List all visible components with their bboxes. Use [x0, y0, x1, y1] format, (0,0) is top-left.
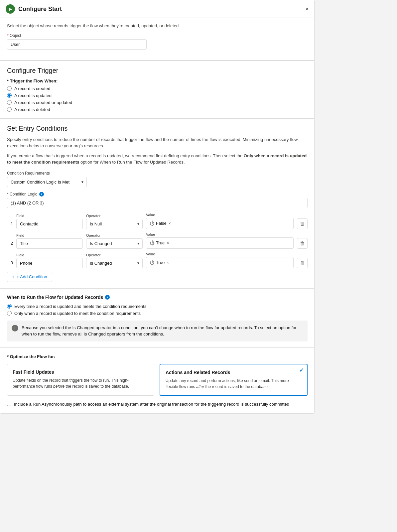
conditions-list: 1FieldOperatorIs NullIs Not NullEqualsNo… — [7, 213, 308, 268]
when-run-section: When to Run the Flow for Updated Records… — [0, 289, 314, 348]
value-col-3: Value⏻True× — [146, 252, 294, 268]
radio-created-input[interactable] — [7, 86, 12, 91]
radio-created-or-updated[interactable]: A record is created or updated — [7, 100, 308, 105]
condition-logic-input[interactable] — [7, 198, 308, 208]
operator-select-2[interactable]: Is NullIs Not NullEqualsNot Equal ToIs C… — [86, 238, 143, 249]
when-run-info-icon[interactable]: i — [105, 295, 110, 300]
radio-created[interactable]: A record is created — [7, 86, 308, 91]
condition-logic-row: * Condition Logic i — [7, 192, 308, 208]
object-field-row: Object — [7, 33, 308, 50]
condition-row-2: 2FieldOperatorIs NullIs Not NullEqualsNo… — [7, 232, 308, 249]
when-run-every-time-input[interactable] — [7, 304, 12, 309]
object-description: Select the object whose records trigger … — [7, 23, 308, 29]
optimize-label: * Optimize the Flow for: — [7, 354, 308, 359]
operator-label-3: Operator — [86, 253, 143, 257]
condition-logic-info-icon[interactable]: i — [39, 192, 44, 197]
conditions-info-suffix: option for When to Run the Flow for Upda… — [79, 160, 185, 165]
header-title: Configure Start — [18, 6, 62, 13]
when-run-label-row: When to Run the Flow for Updated Records… — [7, 295, 308, 300]
when-run-info-text: Because you selected the Is Changed oper… — [22, 325, 303, 337]
optimize-card-fast-field-desc: Update fields on the record that trigger… — [13, 377, 149, 389]
add-condition-button[interactable]: + + Add Condition — [7, 272, 52, 282]
condition-row-3: 3FieldOperatorIs NullIs Not NullEqualsNo… — [7, 252, 308, 268]
when-run-label-text: When to Run the Flow for Updated Records — [7, 295, 103, 300]
when-run-every-time[interactable]: Every time a record is updated and meets… — [7, 304, 308, 309]
operator-wrapper-2: Is NullIs Not NullEqualsNot Equal ToIs C… — [86, 238, 143, 249]
conditions-info: If you create a flow that's triggered wh… — [7, 153, 308, 166]
condition-row-1: 1FieldOperatorIs NullIs Not NullEqualsNo… — [7, 213, 308, 229]
radio-created-or-updated-label: A record is created or updated — [14, 100, 72, 105]
when-run-options: Every time a record is updated and meets… — [7, 304, 308, 316]
entry-conditions-section: Set Entry Conditions Specify entry condi… — [0, 119, 314, 288]
info-box-icon: i — [12, 325, 18, 332]
value-pill-1[interactable]: ⏻False× — [146, 218, 294, 229]
optimize-section: * Optimize the Flow for: Fast Field Upda… — [0, 348, 314, 414]
async-checkbox[interactable] — [7, 402, 11, 406]
trigger-radio-group: A record is created A record is updated … — [7, 86, 308, 112]
optimize-card-actions-related-title: Actions and Related Records — [166, 370, 302, 375]
when-run-only-when[interactable]: Only when a record is updated to meet th… — [7, 311, 308, 316]
close-button[interactable]: × — [305, 6, 309, 12]
toggle-icon-3: ⏻ — [150, 260, 155, 265]
when-run-only-when-input[interactable] — [7, 311, 12, 316]
field-input-2[interactable] — [16, 238, 83, 249]
delete-condition-button-2[interactable]: 🗑 — [297, 238, 308, 249]
condition-num-3: 3 — [7, 260, 13, 268]
add-condition-plus-icon: + — [12, 274, 15, 279]
radio-updated[interactable]: A record is updated — [7, 93, 308, 98]
add-condition-label: + Add Condition — [17, 274, 47, 279]
configure-trigger-title: Configure Trigger — [7, 67, 308, 74]
radio-deleted[interactable]: A record is deleted — [7, 107, 308, 112]
operator-col-3: OperatorIs NullIs Not NullEqualsNot Equa… — [86, 253, 143, 268]
value-pill-3[interactable]: ⏻True× — [146, 257, 294, 268]
field-input-1[interactable] — [16, 219, 83, 229]
optimize-options: Fast Field Updates Update fields on the … — [7, 364, 308, 396]
value-label-2: Value — [146, 232, 294, 236]
entry-conditions-title: Set Entry Conditions — [7, 125, 308, 132]
trigger-group-label: * Trigger the Flow When: — [7, 78, 308, 83]
value-col-1: Value⏻False× — [146, 213, 294, 229]
operator-select-3[interactable]: Is NullIs Not NullEqualsNot Equal ToIs C… — [86, 258, 143, 268]
object-field-label: Object — [7, 33, 308, 38]
radio-created-or-updated-input[interactable] — [7, 100, 12, 105]
condition-req-select[interactable]: Custom Condition Logic Is Met All Condit… — [7, 177, 87, 187]
radio-updated-input[interactable] — [7, 93, 12, 98]
value-label-3: Value — [146, 252, 294, 256]
field-input-3[interactable] — [16, 258, 83, 268]
header-left: Configure Start — [6, 4, 62, 14]
when-run-every-time-label: Every time a record is updated and meets… — [14, 304, 146, 309]
value-pill-2[interactable]: ⏻True× — [146, 237, 294, 249]
play-icon — [6, 4, 15, 14]
condition-num-1: 1 — [7, 221, 13, 229]
value-text-3: True — [156, 260, 165, 265]
operator-col-1: OperatorIs NullIs Not NullEqualsNot Equa… — [86, 214, 143, 229]
value-close-icon-1[interactable]: × — [169, 221, 171, 226]
operator-select-1[interactable]: Is NullIs Not NullEqualsNot Equal ToIs C… — [86, 219, 143, 229]
value-close-icon-2[interactable]: × — [167, 241, 169, 245]
optimize-card-actions-related[interactable]: Actions and Related Records Update any r… — [160, 364, 308, 396]
optimize-card-fast-field[interactable]: Fast Field Updates Update fields on the … — [7, 364, 154, 396]
value-close-icon-3[interactable]: × — [167, 260, 169, 265]
object-field-input[interactable] — [7, 39, 147, 50]
value-text-1: False — [156, 221, 167, 226]
conditions-info-prefix: If you create a flow that's triggered wh… — [7, 153, 244, 158]
radio-deleted-input[interactable] — [7, 107, 12, 112]
optimize-card-actions-related-desc: Update any record and perform actions, l… — [166, 378, 302, 390]
operator-label-2: Operator — [86, 233, 143, 237]
condition-logic-label-row: * Condition Logic i — [7, 192, 308, 197]
object-section: Select the object whose records trigger … — [0, 18, 314, 61]
radio-updated-label: A record is updated — [14, 93, 52, 98]
condition-logic-label-text: * Condition Logic — [7, 192, 37, 197]
condition-req-label: Condition Requirements — [7, 171, 308, 176]
when-run-only-when-label: Only when a record is updated to meet th… — [14, 311, 141, 316]
configure-start-panel: Configure Start × Select the object whos… — [0, 0, 315, 414]
field-col-label-2: Field — [16, 233, 83, 237]
toggle-icon-1: ⏻ — [150, 220, 155, 226]
delete-condition-button-1[interactable]: 🗑 — [297, 218, 308, 229]
field-col-3: Field — [16, 253, 83, 268]
radio-created-label: A record is created — [14, 86, 50, 91]
operator-label-1: Operator — [86, 214, 143, 218]
conditions-desc1: Specify entry conditions to reduce the n… — [7, 136, 308, 149]
delete-condition-button-3[interactable]: 🗑 — [297, 258, 308, 268]
field-col-label-1: Field — [16, 214, 83, 218]
